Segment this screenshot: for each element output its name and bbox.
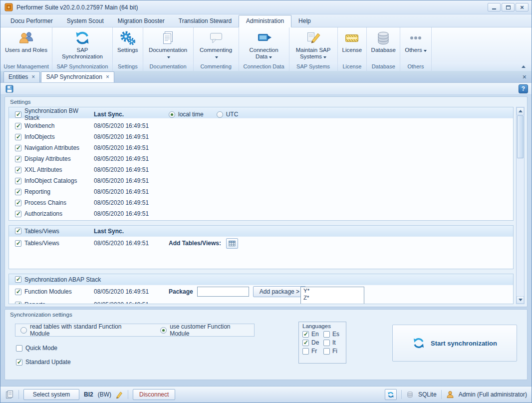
- bw-stack-checkbox[interactable]: [15, 111, 21, 118]
- documentation-button[interactable]: Documentation: [143, 27, 193, 62]
- row-checkbox[interactable]: [15, 134, 21, 140]
- standard-function-module-radio[interactable]: [20, 327, 27, 334]
- row-checkbox[interactable]: [15, 145, 21, 151]
- refresh-sync-button[interactable]: [385, 389, 397, 400]
- standard-update-checkbox[interactable]: [16, 359, 22, 366]
- customer-function-module-radio[interactable]: [160, 327, 167, 334]
- menu-tab-help[interactable]: Help: [291, 15, 318, 27]
- row-checkbox[interactable]: [15, 156, 21, 162]
- pencil-icon[interactable]: [116, 391, 123, 399]
- last-sync-header: Last Sync.: [94, 111, 169, 118]
- row-checkbox[interactable]: [15, 167, 21, 173]
- gears-icon: [120, 30, 136, 46]
- add-tables-views-button[interactable]: [226, 238, 238, 249]
- row-checkbox[interactable]: [15, 211, 21, 217]
- ribbon-group-caption: License: [338, 62, 367, 71]
- license-button[interactable]: License: [338, 27, 367, 62]
- language-checkbox-fi[interactable]: [323, 348, 330, 355]
- disconnect-button[interactable]: Disconnect: [133, 389, 175, 400]
- minimize-button[interactable]: [488, 3, 501, 11]
- bw-row: Workbench 08/05/2020 16:49:51: [9, 120, 513, 131]
- row-checkbox[interactable]: [15, 200, 21, 206]
- row-checkbox[interactable]: [15, 123, 21, 129]
- save-button[interactable]: [4, 84, 14, 94]
- tab-label: Entities: [8, 73, 28, 80]
- ellipsis-icon: [408, 30, 424, 46]
- commenting-button[interactable]: Commenting: [194, 27, 239, 62]
- menu-tab-translation-steward[interactable]: Translation Steward: [172, 15, 239, 27]
- scroll-down-button[interactable]: [517, 296, 524, 304]
- menu-tab-system-scout[interactable]: System Scout: [60, 15, 111, 27]
- menu-tab-docu-performer[interactable]: Docu Performer: [3, 15, 60, 27]
- close-document-icon[interactable]: ×: [521, 73, 529, 81]
- menu-tab-migration-booster[interactable]: Migration Booster: [111, 15, 172, 27]
- quick-mode-checkbox[interactable]: [16, 345, 22, 352]
- package-input[interactable]: [197, 287, 249, 297]
- select-system-button[interactable]: Select system: [23, 389, 79, 400]
- customer-function-module-label: use customer Function Module: [170, 323, 249, 337]
- function-module-radio-group: read tables with standard Function Modul…: [15, 324, 255, 337]
- utc-radio[interactable]: [217, 111, 223, 118]
- tab-sap-synchronization[interactable]: SAP Synchronization ×: [41, 71, 114, 82]
- app-window: Performer Suite v20.2.0.0.27597 Main (64…: [0, 0, 532, 403]
- sync-arrows-icon: [387, 392, 394, 398]
- package-list-item[interactable]: Z*: [301, 294, 364, 301]
- tables-views-row: Tables/Views 08/05/2020 16:49:51 Add Tab…: [9, 237, 513, 250]
- row-checkbox[interactable]: [15, 178, 21, 184]
- row-checkbox[interactable]: [15, 240, 21, 247]
- maximize-button[interactable]: [502, 3, 515, 11]
- help-button[interactable]: ?: [519, 84, 528, 93]
- row-checkbox[interactable]: [15, 302, 21, 304]
- connection-data-button[interactable]: Connection Data: [239, 27, 289, 62]
- tables-views-header: Tables/Views Last Sync.: [9, 226, 513, 237]
- add-package-button[interactable]: Add package >: [253, 286, 306, 297]
- tables-views-checkbox[interactable]: [15, 228, 21, 234]
- start-synchronization-button[interactable]: Start synchronization: [392, 325, 517, 362]
- database-button[interactable]: Database: [367, 27, 400, 62]
- language-checkbox-es[interactable]: [323, 331, 330, 338]
- language-checkbox-en[interactable]: [302, 331, 309, 338]
- collapse-ribbon-icon[interactable]: [522, 65, 526, 68]
- close-button[interactable]: ×: [516, 3, 529, 11]
- settings-button[interactable]: Settings: [113, 27, 143, 62]
- local-time-radio[interactable]: [169, 111, 175, 118]
- ribbon-button-label: Maintain SAP Systems: [294, 47, 333, 60]
- standard-function-module-label: read tables with standard Function Modul…: [30, 323, 139, 337]
- ribbon-group-caption: Commenting: [194, 62, 239, 71]
- settings-caption: Settings: [5, 97, 527, 107]
- dropdown-arrow-icon: [215, 56, 218, 58]
- scrollbar-thumb[interactable]: [517, 115, 524, 158]
- row-checkbox[interactable]: [15, 289, 21, 295]
- package-list[interactable]: Y* Z*: [300, 287, 364, 304]
- bw-stack-header: Synchronization BW Stack Last Sync. loca…: [9, 107, 513, 118]
- maintain-sap-systems-button[interactable]: Maintain SAP Systems: [289, 27, 337, 62]
- sap-synchronization-button[interactable]: SAP Synchronization: [52, 27, 112, 62]
- others-button[interactable]: Others: [400, 27, 431, 62]
- language-checkbox-de[interactable]: [302, 340, 309, 346]
- documents-icon[interactable]: [5, 390, 14, 399]
- close-tab-icon[interactable]: ×: [106, 74, 109, 80]
- ribbon-button-label: SAP Synchronization: [57, 47, 108, 60]
- tables-views-section: Tables/Views Last Sync. Tables/Views 08/…: [8, 225, 514, 269]
- scrollbar-track[interactable]: [517, 159, 524, 296]
- scroll-up-button[interactable]: [517, 107, 524, 115]
- abap-stack-checkbox[interactable]: [15, 276, 21, 283]
- vertical-scrollbar[interactable]: [516, 107, 525, 304]
- arrow-down-icon: [519, 299, 523, 301]
- language-checkbox-fr[interactable]: [302, 348, 309, 355]
- ribbon-group-sap-systems: Maintain SAP Systems SAP Systems: [289, 27, 338, 71]
- ribbon-button-label: Database: [371, 47, 396, 53]
- users-and-roles-button[interactable]: Users and Roles: [0, 27, 52, 62]
- language-checkbox-it[interactable]: [323, 340, 330, 346]
- package-list-item[interactable]: Y*: [301, 287, 364, 294]
- row-label: Reports: [24, 301, 45, 304]
- menu-tab-administration[interactable]: Administration: [239, 15, 291, 27]
- start-synchronization-label: Start synchronization: [431, 340, 497, 347]
- close-tab-icon[interactable]: ×: [31, 74, 35, 80]
- users-icon: [18, 30, 34, 46]
- tab-entities[interactable]: Entities ×: [3, 71, 40, 82]
- standard-update-option: Standard Update: [16, 359, 71, 366]
- ribbon-group-caption: Settings: [113, 62, 143, 71]
- language-option: En: [302, 331, 321, 338]
- row-checkbox[interactable]: [15, 189, 21, 195]
